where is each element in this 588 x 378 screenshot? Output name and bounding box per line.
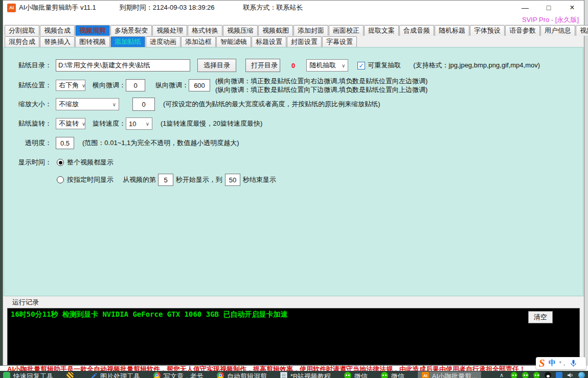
tab-frame-correct[interactable]: 画面校正: [329, 25, 364, 36]
taskbar-item-reply-tool[interactable]: 快速回复工具: [3, 372, 53, 378]
taskbar-item-wechat-2[interactable]: 微信: [381, 372, 404, 378]
tab-split-extract[interactable]: 分割提取: [5, 25, 39, 36]
v-offset-input[interactable]: [189, 79, 210, 91]
system-tray: ∧: [500, 372, 586, 378]
sticker-dir-input[interactable]: [56, 59, 190, 72]
subtab-mix-merge[interactable]: 混剪合成: [5, 36, 39, 47]
subtab-add-sticker[interactable]: 添加贴纸: [110, 36, 145, 47]
tab-merge-audio[interactable]: 合成音频: [399, 25, 434, 36]
taskbar-item-auto-edit[interactable]: 自动剪辑混剪: [217, 372, 267, 378]
formats-hint: (支持格式：jpg,jpeg,bmp,png,gif,mp4,mov): [413, 61, 540, 70]
scale-select[interactable]: 不缩放 ∨: [56, 98, 119, 110]
taskbar-item-label: 图片处理工具: [100, 372, 140, 378]
draw-mode-select[interactable]: 随机抽取 ∨: [306, 59, 348, 72]
tab-extract-text[interactable]: 提取文案: [364, 25, 399, 36]
radio-dot: [59, 161, 62, 164]
chat-icon: [3, 372, 10, 378]
scale-hint: (可按设定的值为贴纸的最大宽度或者高度，并按贴纸的原比例来缩放贴纸): [163, 100, 380, 109]
subtab-title-settings[interactable]: 标题设置: [252, 36, 286, 47]
tab-user-info[interactable]: 用户信息: [540, 25, 575, 36]
svip-badge: SVIP Pro - [永久版]: [522, 15, 579, 25]
chevron-down-icon: ∨: [82, 83, 85, 88]
taskbar-item-label: 写文章，老号: [164, 372, 203, 378]
taskbar-item-image-tool[interactable]: 图片处理工具: [90, 372, 140, 378]
radio-show-timed[interactable]: [57, 176, 64, 183]
subtab-subtitle-settings[interactable]: 字幕设置: [322, 36, 357, 47]
sub-tabs: 混剪合成 替换插入 图转视频 添加贴纸 进度动画 添加边框 智能滤镜 标题设置 …: [3, 36, 584, 47]
sogou-input-bar: S 中 °，: [536, 357, 586, 369]
marquee-text: AI小咖批量剪辑助手是一款全自动视频批量剪辑软件，帮您无人值守实现视频制作，提高…: [0, 366, 588, 371]
minimize-button[interactable]: —: [513, 1, 537, 15]
speaker-icon[interactable]: [567, 372, 574, 378]
tab-video-process[interactable]: 视频处理: [152, 25, 187, 36]
position-label: 贴纸位置：: [4, 81, 52, 90]
taskbar-item-bilibili-tutorial[interactable]: *B站视频教程: [280, 372, 331, 378]
opacity-label: 透明度：: [4, 138, 52, 148]
mic-icon[interactable]: [571, 360, 576, 367]
subtab-add-border[interactable]: 添加边框: [181, 36, 216, 47]
wechat-icon: [344, 372, 351, 378]
radio-show-timed-label: 按指定时间显示: [67, 175, 114, 184]
opacity-input[interactable]: [56, 137, 74, 149]
tab-voice-params[interactable]: 语音参数: [505, 25, 540, 36]
taskbar-item-bee-app[interactable]: [66, 372, 77, 378]
log-line: 16时50分11秒 检测到显卡 NVIDIA GeForce GTX 1060 …: [8, 309, 579, 321]
chevron-down-icon: ∨: [342, 63, 345, 68]
wechat-tray-icon[interactable]: [522, 372, 529, 378]
taskbar-item-label: 微信: [391, 372, 404, 378]
maximize-button[interactable]: □: [537, 1, 560, 15]
punctuation-toggle[interactable]: °，: [559, 360, 567, 367]
repeat-checkbox[interactable]: ✓: [357, 62, 365, 69]
tab-format-convert[interactable]: 格式转换: [188, 25, 222, 36]
input-lang-toggle[interactable]: 中: [549, 359, 556, 368]
taskbar-item-wechat-1[interactable]: 微信: [344, 372, 368, 378]
pen-icon: [90, 372, 97, 378]
h-offset-input[interactable]: [126, 79, 145, 91]
tab-font-preset[interactable]: 字体预设: [470, 25, 505, 36]
tab-random-title[interactable]: 随机标题: [435, 25, 469, 36]
subtab-smart-filter[interactable]: 智能滤镜: [216, 36, 251, 47]
tab-add-cover[interactable]: 添加封面: [293, 25, 328, 36]
end-second-input[interactable]: [225, 174, 240, 186]
tab-video-mix[interactable]: 视频混剪: [75, 25, 110, 36]
close-button[interactable]: ×: [560, 1, 584, 15]
open-dir-button[interactable]: 打开目录: [245, 59, 280, 72]
rotate-select[interactable]: 不旋转 ∨: [56, 118, 85, 129]
titlebar: AI AI小咖批量剪辑助手 v11.1 到期时间：2124-09-03 18:3…: [3, 1, 584, 15]
expire-time-label: 到期时间：2124-09-03 18:39:26: [120, 3, 215, 12]
v-offset-hint: (纵向微调：填正数是贴纸位置向下边微调,填负数是贴纸位置向上边微调): [215, 85, 427, 94]
chevron-down-icon: ∨: [112, 102, 116, 107]
chevron-up-icon[interactable]: ∧: [500, 372, 506, 378]
taskbar: 快速回复工具 图片处理工具 写文章，老号 自动剪辑混剪 *B站视频教程 微信 微…: [0, 371, 588, 378]
wechat-tray-icon[interactable]: [511, 372, 517, 378]
contact-label: 联系方式：联系站长: [243, 3, 303, 12]
tab-video-merge[interactable]: 视频合成: [40, 25, 75, 36]
rotate-speed-select[interactable]: 10 ∨: [126, 117, 152, 130]
scale-value: 不缩放: [59, 100, 79, 109]
wechat-tray-icon[interactable]: [533, 372, 540, 378]
position-select[interactable]: 右下角 ∨: [56, 80, 85, 91]
subtab-img-to-video[interactable]: 图转视频: [75, 36, 110, 47]
tab-video-tutorial[interactable]: 视频教程: [576, 25, 588, 36]
select-dir-button[interactable]: 选择目录: [197, 59, 236, 72]
start-second-input[interactable]: [158, 174, 173, 186]
sogou-logo-icon[interactable]: S: [539, 358, 545, 368]
qq-icon[interactable]: [545, 372, 551, 378]
radio-show-whole[interactable]: [57, 159, 64, 166]
scale-size-input[interactable]: [132, 98, 155, 111]
svip-row: SVIP Pro - [永久版]: [3, 15, 584, 25]
tab-video-compress[interactable]: 视频压缩: [223, 25, 258, 36]
subtab-cover-settings[interactable]: 封面设置: [287, 36, 322, 47]
blue-app-icon[interactable]: [556, 372, 562, 378]
draw-mode-value: 随机抽取: [309, 61, 336, 70]
clear-log-button[interactable]: 清空: [528, 311, 553, 323]
taskbar-item-write-article[interactable]: 写文章，老号: [153, 372, 203, 378]
mid-label: 秒开始显示，到: [176, 175, 222, 184]
subtab-replace-insert[interactable]: 替换插入: [40, 36, 75, 47]
taskbar-item-ai-editor[interactable]: AI AI小咖批量剪...: [418, 371, 481, 378]
tab-video-screenshot[interactable]: 视频截图: [258, 25, 293, 36]
bee-icon: [66, 372, 74, 378]
tab-multi-scene[interactable]: 多场景裂变: [110, 25, 152, 36]
browser-icon[interactable]: [578, 372, 585, 378]
subtab-progress-anim[interactable]: 进度动画: [146, 36, 180, 47]
